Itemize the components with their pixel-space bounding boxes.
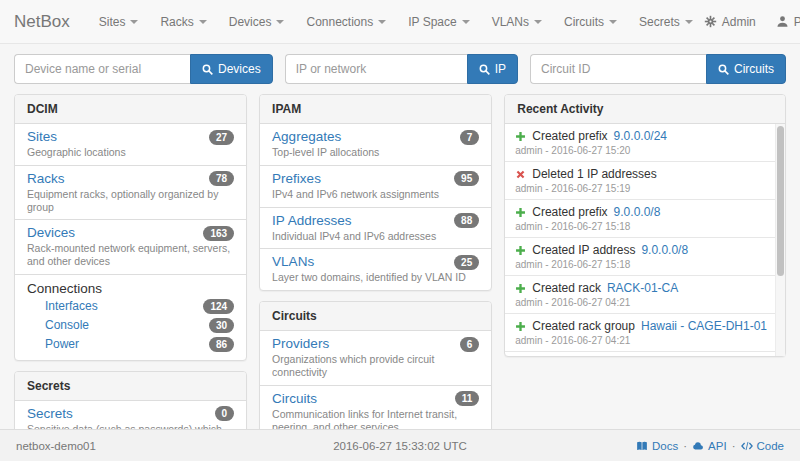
- activity-item: Created rackRACK-01-CAadmin - 2016-06-27…: [505, 276, 785, 314]
- count-badge: 0: [215, 406, 235, 421]
- activity-item: Created prefix9.0.0.0/24admin - 2016-06-…: [505, 124, 785, 162]
- panel-circuits-title: Circuits: [260, 302, 491, 331]
- profile-label: Profile: [794, 15, 800, 29]
- api-link[interactable]: API: [692, 440, 727, 452]
- activity-text: Created IP address: [532, 243, 635, 257]
- plus-icon: [515, 321, 526, 332]
- connections-row: Console30: [27, 316, 234, 335]
- profile-button[interactable]: Profile: [776, 15, 800, 29]
- dcim-link-racks[interactable]: Racks: [27, 171, 65, 187]
- dcim-list: Sites27Geographic locationsRacks78Equipm…: [15, 124, 246, 360]
- nav-item-racks[interactable]: Racks: [149, 0, 217, 44]
- column-activity: Recent Activity Created prefix9.0.0.0/24…: [504, 94, 786, 357]
- code-icon: [741, 440, 753, 452]
- secrets-link-secrets[interactable]: Secrets: [27, 406, 73, 422]
- footer-links: Docs API Code: [636, 440, 784, 452]
- chevron-down-icon: [276, 20, 284, 24]
- code-link[interactable]: Code: [741, 440, 785, 452]
- circuits-list: Providers6Organizations which provide ci…: [260, 331, 491, 429]
- chevron-down-icon: [130, 20, 138, 24]
- activity-object-link[interactable]: 9.0.0.0/24: [614, 129, 667, 143]
- dcim-connections-group: ConnectionsInterfaces124Console30Power86: [15, 275, 246, 360]
- list-item: Providers6Organizations which provide ci…: [260, 331, 491, 386]
- count-badge: 6: [460, 337, 480, 352]
- activity-text: Deleted 1 IP addresses: [532, 167, 657, 181]
- connections-link-console[interactable]: Console: [45, 318, 89, 332]
- list-item: IP Addresses88Individual IPv4 and IPv6 a…: [260, 208, 491, 250]
- column-dcim: DCIM Sites27Geographic locationsRacks78E…: [14, 94, 247, 429]
- delete-icon: [515, 169, 526, 180]
- cloud-icon: [692, 440, 704, 452]
- search-icon: [479, 64, 490, 75]
- connections-link-interfaces[interactable]: Interfaces: [45, 299, 98, 313]
- circuit-search-input[interactable]: [530, 54, 706, 84]
- list-item: VLANs25Layer two domains, identified by …: [260, 249, 491, 290]
- panel-secrets-title: Secrets: [15, 372, 246, 401]
- ipam-link-vlans[interactable]: VLANs: [272, 254, 314, 270]
- count-badge: 7: [460, 130, 480, 145]
- nav-item-ip-space[interactable]: IP Space: [397, 0, 480, 44]
- ipam-list: Aggregates7Top-level IP allocationsPrefi…: [260, 124, 491, 290]
- list-item: Secrets0Sensitive data (such as password…: [15, 401, 246, 429]
- list-item: Devices163Rack-mounted network equipment…: [15, 220, 246, 275]
- ipam-link-prefixes[interactable]: Prefixes: [272, 171, 321, 187]
- app-logo[interactable]: NetBox: [14, 12, 70, 32]
- ip-search-button[interactable]: IP: [467, 54, 518, 84]
- activity-object-link[interactable]: 9.0.0.0/8: [614, 205, 661, 219]
- circuits-link-providers[interactable]: Providers: [272, 336, 329, 352]
- item-description: Organizations which provide circuit conn…: [272, 353, 479, 379]
- plus-icon: [515, 207, 526, 218]
- panel-recent-activity: Recent Activity Created prefix9.0.0.0/24…: [504, 94, 786, 357]
- device-search-label: Devices: [218, 62, 261, 76]
- circuits-link-circuits[interactable]: Circuits: [272, 391, 317, 407]
- activity-text: Created prefix: [532, 205, 607, 219]
- user-icon: [776, 15, 789, 28]
- nav-item-connections[interactable]: Connections: [295, 0, 397, 44]
- activity-item: Modified device typeDell PowerEdge R630: [505, 352, 785, 356]
- count-badge: 27: [209, 130, 234, 145]
- connections-row: Interfaces124: [27, 297, 234, 316]
- admin-label: Admin: [722, 15, 756, 29]
- column-ipam: IPAM Aggregates7Top-level IP allocations…: [259, 94, 492, 429]
- panel-dcim-title: DCIM: [15, 95, 246, 124]
- admin-button[interactable]: Admin: [704, 15, 756, 29]
- activity-item: Created rack groupHawaii - CAGE-DH1-01ad…: [505, 314, 785, 352]
- main-menu: SitesRacksDevicesConnectionsIP SpaceVLAN…: [88, 0, 704, 44]
- dcim-link-devices[interactable]: Devices: [27, 225, 75, 241]
- activity-object-link[interactable]: Hawaii - CAGE-DH1-01: [641, 319, 767, 333]
- list-item: Sites27Geographic locations: [15, 124, 246, 166]
- count-badge: 11: [455, 391, 480, 406]
- connections-link-power[interactable]: Power: [45, 337, 79, 351]
- activity-text: Created rack: [532, 281, 601, 295]
- search-icon: [718, 64, 729, 75]
- circuit-search-button[interactable]: Circuits: [706, 54, 786, 84]
- ipam-link-aggregates[interactable]: Aggregates: [272, 129, 341, 145]
- nav-item-circuits[interactable]: Circuits: [553, 0, 628, 44]
- activity-object-link[interactable]: RACK-01-CA: [607, 281, 678, 295]
- activity-object-link[interactable]: 9.0.0.0/8: [641, 243, 688, 257]
- activity-item: Created prefix9.0.0.0/8admin - 2016-06-2…: [505, 200, 785, 238]
- count-badge: 163: [203, 226, 234, 241]
- nav-item-devices[interactable]: Devices: [218, 0, 296, 44]
- ipam-link-ip-addresses[interactable]: IP Addresses: [272, 213, 351, 229]
- api-label: API: [708, 440, 727, 452]
- separator: [732, 440, 736, 452]
- device-search-input[interactable]: [14, 54, 190, 84]
- chevron-down-icon: [534, 20, 542, 24]
- nav-item-secrets[interactable]: Secrets: [628, 0, 704, 44]
- activity-meta: admin - 2016-06-27 15:18: [515, 259, 767, 270]
- nav-item-vlans[interactable]: VLANs: [481, 0, 553, 44]
- panel-ipam-title: IPAM: [260, 95, 491, 124]
- count-badge: 95: [454, 171, 479, 186]
- chevron-down-icon: [199, 20, 207, 24]
- dcim-link-sites[interactable]: Sites: [27, 129, 57, 145]
- nav-item-label: Connections: [306, 15, 373, 29]
- ip-search-input[interactable]: [285, 54, 467, 84]
- nav-item-sites[interactable]: Sites: [88, 0, 150, 44]
- item-description: Equipment racks, optionally organized by…: [27, 188, 234, 214]
- docs-link[interactable]: Docs: [636, 440, 678, 452]
- user-menu: Admin Profile Log out: [704, 15, 800, 29]
- device-search-button[interactable]: Devices: [190, 54, 273, 84]
- activity-item: Deleted 1 IP addressesadmin - 2016-06-27…: [505, 162, 785, 200]
- scrollbar-thumb[interactable]: [777, 126, 784, 276]
